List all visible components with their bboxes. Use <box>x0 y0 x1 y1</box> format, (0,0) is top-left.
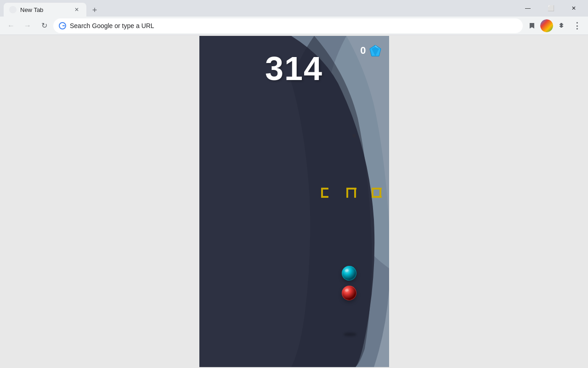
minimize-button[interactable]: — <box>517 1 538 16</box>
diamond-icon <box>369 44 382 57</box>
small-obstacle <box>352 134 356 138</box>
svg-rect-16 <box>372 196 382 198</box>
url-text: Search Google or type a URL <box>70 22 517 29</box>
chrome-window: New Tab ✕ + — ⬜ ✕ ← → ↻ Search Google or… <box>0 0 588 368</box>
profile-button[interactable] <box>540 19 553 32</box>
tab-favicon <box>9 6 17 13</box>
new-tab-button[interactable]: + <box>88 4 101 17</box>
cyan-ball <box>342 266 356 281</box>
window-controls: — ⬜ ✕ <box>517 1 584 16</box>
profile-avatar <box>540 19 553 32</box>
back-button[interactable]: ← <box>4 18 18 33</box>
tab-close-button[interactable]: ✕ <box>73 6 81 14</box>
svg-point-32 <box>342 286 356 300</box>
extensions-button[interactable] <box>554 18 569 33</box>
close-button[interactable]: ✕ <box>563 1 584 16</box>
game-container[interactable]: 314 0 <box>199 36 389 367</box>
ball-shadow <box>344 333 356 336</box>
tab-strip: New Tab ✕ + <box>4 0 517 17</box>
maximize-button[interactable]: ⬜ <box>540 1 561 16</box>
tab-title: New Tab <box>20 6 69 13</box>
red-ball <box>342 286 356 300</box>
svg-point-30 <box>342 266 356 280</box>
bookmark-button[interactable] <box>525 18 539 33</box>
diamond-count: 0 <box>360 45 366 57</box>
gold-obstacles <box>319 183 389 206</box>
reload-button[interactable]: ↻ <box>37 18 51 33</box>
address-bar: ← → ↻ Search Google or type a URL <box>0 17 588 35</box>
svg-rect-15 <box>372 188 382 190</box>
svg-rect-12 <box>346 188 356 190</box>
address-actions: ⋮ <box>525 18 584 33</box>
svg-rect-8 <box>321 188 328 190</box>
google-logo-icon <box>59 22 66 29</box>
content-area: 314 0 <box>0 35 588 368</box>
title-bar: New Tab ✕ + — ⬜ ✕ <box>0 0 588 17</box>
diamond-score: 0 <box>360 44 381 57</box>
menu-button[interactable]: ⋮ <box>570 18 584 33</box>
forward-button[interactable]: → <box>20 18 35 33</box>
address-input[interactable]: Search Google or type a URL <box>53 18 523 33</box>
svg-point-0 <box>9 6 17 13</box>
svg-rect-9 <box>321 196 328 198</box>
game-score: 314 <box>265 50 323 87</box>
active-tab[interactable]: New Tab ✕ <box>4 3 86 17</box>
